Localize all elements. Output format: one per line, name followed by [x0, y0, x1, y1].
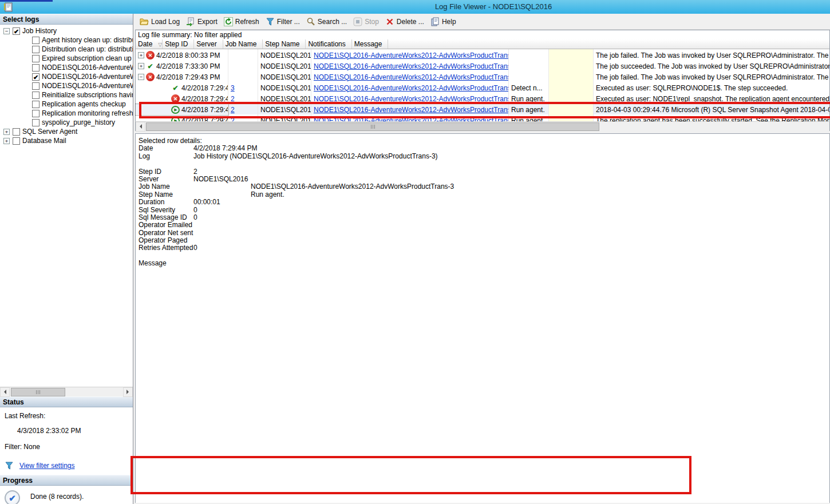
tree-item[interactable]: NODE1\SQL2016-AdventureWorks2012-AdvWork…: [0, 72, 133, 81]
grid-header-row: Date▽ Step ID Server Job Name Step Name …: [136, 39, 829, 49]
row-message: Executed as user: SQLREPRO\NODE1$. The s…: [594, 82, 829, 93]
tree-checkbox[interactable]: [32, 119, 39, 126]
table-row[interactable]: 4/2/2018 7:29:4... 2 NODE1\SQL2016 NODE1…: [136, 104, 829, 114]
step-id-link[interactable]: 2: [231, 117, 235, 122]
tree-item[interactable]: NODE1\SQL2016-AdventureWorks2012-AdvWork…: [0, 81, 133, 90]
tree-checkbox[interactable]: [32, 110, 39, 117]
grid-column-header[interactable]: Job Name: [223, 39, 263, 49]
tree-item[interactable]: Replication agents checkup: [0, 100, 133, 109]
filter-status: Filter: None: [5, 443, 133, 451]
tree-checkbox[interactable]: [13, 128, 20, 136]
step-id-link[interactable]: 2: [231, 106, 235, 114]
step-id-link[interactable]: 2: [231, 95, 235, 103]
toolbar-button: Stop: [351, 16, 383, 27]
tree-expander-icon[interactable]: +: [3, 129, 10, 135]
grid-column-header[interactable]: Message: [352, 39, 389, 49]
tree-item[interactable]: Expired subscription clean up: [0, 54, 133, 63]
tree-checkbox[interactable]: [32, 73, 39, 81]
table-row[interactable]: − 4/2/2018 7:29:43 PM NODE1\SQL2016 NODE…: [136, 71, 829, 82]
tree-checkbox[interactable]: [32, 82, 39, 90]
row-status-icon: [146, 73, 155, 81]
tree-item[interactable]: Reinitialize subscriptions having data: [0, 90, 133, 100]
tree-item[interactable]: Agent history clean up: distribution: [0, 35, 133, 45]
row-expander-icon[interactable]: +: [138, 63, 144, 69]
toolbar-button-label: Load Log: [151, 18, 180, 26]
row-expander-icon[interactable]: +: [138, 52, 144, 58]
toolbar-button[interactable]: Help: [428, 16, 460, 27]
row-date: 4/2/2018 7:29:4...: [181, 95, 228, 103]
grid-column-header[interactable]: Step Name: [263, 39, 306, 49]
tree-item[interactable]: + SQL Server Agent: [0, 127, 133, 136]
tree-expander-icon[interactable]: +: [3, 138, 10, 144]
progress-header: Progress: [0, 475, 133, 486]
row-status-icon: [171, 117, 180, 122]
tree-checkbox[interactable]: [13, 27, 20, 35]
grid-column-header[interactable]: Date▽: [136, 39, 163, 49]
tree-checkbox[interactable]: [32, 46, 39, 53]
tree-checkbox[interactable]: [32, 101, 39, 108]
tree-item-label: SQL Server Agent: [22, 128, 77, 136]
background-window-edge: [0, 0, 53, 2]
row-status-icon: [146, 51, 155, 59]
log-file-summary: Log file summary: No filter applied: [135, 30, 830, 39]
stop-icon: [353, 17, 362, 26]
tree-item[interactable]: Replication monitoring refresher for d: [0, 109, 133, 118]
job-name-link[interactable]: NODE1\SQL2016-AdventureWorks2012-AdvWork…: [314, 62, 509, 70]
tree-item[interactable]: + Database Mail: [0, 136, 133, 145]
tree-item-label: Distribution clean up: distribution: [42, 45, 133, 53]
toolbar: Load Log Export Refresh Filter ... Searc…: [135, 14, 830, 30]
tree-item[interactable]: − Job History: [0, 26, 133, 35]
details-title: Selected row details:: [139, 137, 829, 145]
left-panel-horizontal-scrollbar[interactable]: [0, 387, 133, 396]
job-name-link[interactable]: NODE1\SQL2016-AdventureWorks2012-AdvWork…: [314, 95, 509, 103]
row-step-name: [509, 49, 549, 60]
grid-column-header[interactable]: Step ID: [163, 39, 194, 49]
detail-field-label: Operator Paged: [139, 237, 193, 244]
toolbar-button[interactable]: Filter ...: [263, 16, 304, 27]
table-row[interactable]: 4/2/2018 7:29:4... 2 NODE1\SQL2016 NODE1…: [136, 93, 829, 104]
status-header: Status: [0, 396, 133, 407]
table-row[interactable]: + 4/2/2018 8:00:33 PM NODE1\SQL2016 NODE…: [136, 49, 829, 60]
view-filter-settings-link[interactable]: View filter settings: [19, 462, 75, 470]
title-bar[interactable]: Log File Viewer - NODE1\SQL2016: [0, 0, 830, 14]
toolbar-button[interactable]: Load Log: [137, 16, 184, 27]
scrollbar-thumb[interactable]: [146, 122, 599, 131]
row-step-name: Run agent.: [509, 114, 549, 121]
scroll-right-arrow[interactable]: [123, 387, 133, 397]
job-name-link[interactable]: NODE1\SQL2016-AdventureWorks2012-AdvWork…: [314, 73, 509, 81]
job-name-link[interactable]: NODE1\SQL2016-AdventureWorks2012-AdvWork…: [314, 51, 509, 59]
tree-checkbox[interactable]: [32, 37, 39, 44]
tree-item[interactable]: syspolicy_purge_history: [0, 118, 133, 127]
row-step-name: Run agent.: [509, 93, 549, 104]
detail-field-row: Step ID2: [139, 168, 829, 176]
table-row[interactable]: 4/2/2018 7:29:4... 3 NODE1\SQL2016 NODE1…: [136, 82, 829, 93]
message-log-line: [139, 398, 829, 405]
tree-checkbox[interactable]: [13, 137, 20, 145]
tree-expander-icon[interactable]: −: [3, 28, 10, 34]
scrollbar-thumb[interactable]: [11, 388, 65, 396]
toolbar-button-label: Delete ...: [397, 18, 424, 26]
grid-column-header[interactable]: Server: [194, 39, 223, 49]
table-row[interactable]: + 4/2/2018 7:33:30 PM NODE1\SQL2016 NODE…: [136, 60, 829, 71]
grid-horizontal-scrollbar[interactable]: [135, 121, 830, 131]
tree-item[interactable]: NODE1\SQL2016-AdventureWorks2012-AdvWork…: [0, 63, 133, 72]
toolbar-button[interactable]: Delete ...: [383, 16, 428, 27]
toolbar-button[interactable]: Search ...: [304, 16, 351, 27]
scroll-left-arrow[interactable]: [136, 122, 145, 132]
tree-item[interactable]: Distribution clean up: distribution: [0, 45, 133, 54]
toolbar-button[interactable]: Export: [184, 16, 222, 27]
scroll-left-arrow[interactable]: [0, 387, 10, 397]
tree-checkbox[interactable]: [32, 55, 39, 62]
table-row[interactable]: 4/2/2018 7:29:4 2 NODE1\SQL2016 NODE1\SQ…: [136, 114, 829, 121]
job-name-link[interactable]: NODE1\SQL2016-AdventureWorks2012-AdvWork…: [314, 84, 509, 92]
message-log-line: [139, 490, 829, 497]
tree-checkbox[interactable]: [32, 64, 39, 72]
job-name-link[interactable]: NODE1\SQL2016-AdventureWorks2012-AdvWork…: [314, 117, 509, 122]
step-id-link[interactable]: 3: [231, 84, 235, 92]
grid-column-header[interactable]: Notifications: [306, 39, 351, 49]
row-expander-icon[interactable]: −: [138, 74, 144, 80]
job-name-link[interactable]: NODE1\SQL2016-AdventureWorks2012-AdvWork…: [314, 106, 509, 114]
detail-field-label: Step Name: [139, 191, 193, 199]
tree-checkbox[interactable]: [32, 92, 39, 99]
toolbar-button[interactable]: Refresh: [222, 16, 263, 27]
